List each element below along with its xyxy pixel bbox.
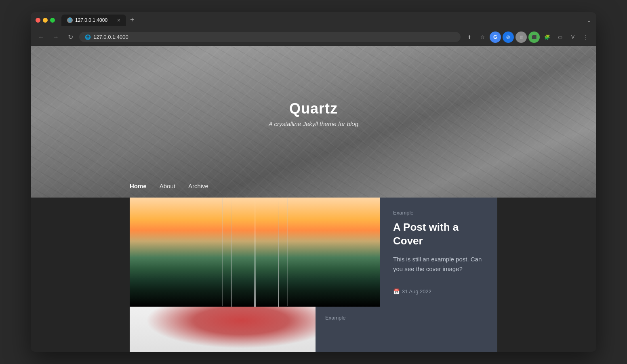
post-cover-image-2 xyxy=(130,307,316,352)
share-icon[interactable]: ⬆ xyxy=(464,32,475,43)
back-button[interactable]: ← xyxy=(36,32,47,43)
rail-left xyxy=(231,198,232,307)
post-category-2: Example xyxy=(325,315,488,321)
website-content: Quartz A crystalline Jekyll theme for bl… xyxy=(31,46,596,352)
window-expand-icon[interactable]: ⌄ xyxy=(587,17,591,23)
post-category-1: Example xyxy=(393,210,484,216)
post-date-text-1: 31 Aug 2022 xyxy=(402,288,431,295)
posts-section: Example A Post with a Cover This is stil… xyxy=(31,198,596,352)
bookmark-icon[interactable]: ☆ xyxy=(477,32,488,43)
google-lens-icon[interactable]: G xyxy=(490,32,501,43)
rails-overlay xyxy=(130,198,380,307)
secure-icon: 🌐 xyxy=(85,34,91,40)
post-cover-image-1 xyxy=(130,198,380,307)
calendar-icon: 📅 xyxy=(393,288,400,295)
forward-button[interactable]: → xyxy=(50,32,61,43)
profile-icon[interactable]: V xyxy=(567,32,579,43)
post-title-1[interactable]: A Post with a Cover xyxy=(393,221,484,248)
reload-icon: ↻ xyxy=(68,33,73,41)
nav-item-about[interactable]: About xyxy=(160,183,175,189)
browser-titlebar: 🌐 127.0.0.1:4000 × + ⌄ xyxy=(31,12,596,28)
active-tab[interactable]: 🌐 127.0.0.1:4000 × xyxy=(61,15,126,26)
site-subtitle: A crystalline Jekyll theme for blog xyxy=(269,120,358,127)
tab-favicon-icon: 🌐 xyxy=(67,17,73,23)
toolbar-actions: ⬆ ☆ G ◎ ▦ ⬛ 🧩 ▭ V ⋮ xyxy=(464,32,591,43)
post-excerpt-1: This is still an example post. Can you s… xyxy=(393,255,484,279)
close-button[interactable] xyxy=(36,18,40,23)
hero-text: Quartz A crystalline Jekyll theme for bl… xyxy=(269,100,358,127)
post-card-1: Example A Post with a Cover This is stil… xyxy=(130,198,497,307)
url-display: 127.0.0.1:4000 xyxy=(93,34,128,40)
extension-icon-blue[interactable]: ◎ xyxy=(503,32,514,43)
maximize-button[interactable] xyxy=(50,18,55,23)
back-icon: ← xyxy=(38,34,44,41)
tab-bar: 🌐 127.0.0.1:4000 × + xyxy=(61,15,583,26)
sidebar-icon[interactable]: ▭ xyxy=(554,32,566,43)
nav-item-home[interactable]: Home xyxy=(130,183,147,189)
extension-icon-img[interactable]: ▦ xyxy=(515,32,527,43)
site-title: Quartz xyxy=(269,100,358,117)
tab-title: 127.0.0.1:4000 xyxy=(75,17,107,23)
browser-window: 🌐 127.0.0.1:4000 × + ⌄ ← → ↻ 🌐 127.0.0.1… xyxy=(31,12,596,352)
post-date-1: 📅 31 Aug 2022 xyxy=(393,288,484,295)
post-card-2: Example xyxy=(130,307,497,352)
main-navigation: Home About Archive xyxy=(31,175,307,198)
menu-icon[interactable]: ⋮ xyxy=(580,32,591,43)
browser-toolbar: ← → ↻ 🌐 127.0.0.1:4000 ⬆ ☆ G ◎ ▦ ⬛ 🧩 ▭ V… xyxy=(31,28,596,46)
tab-close-icon[interactable]: × xyxy=(117,17,120,23)
extensions-icon[interactable]: 🧩 xyxy=(541,32,553,43)
post-info-1: Example A Post with a Cover This is stil… xyxy=(380,198,497,307)
extension-icon-green[interactable]: ⬛ xyxy=(528,32,540,43)
hero-section: Quartz A crystalline Jekyll theme for bl… xyxy=(31,46,596,198)
reload-button[interactable]: ↻ xyxy=(65,32,76,43)
forward-icon: → xyxy=(53,34,59,41)
post-info-2: Example xyxy=(316,307,497,352)
rail-right xyxy=(278,198,279,307)
traffic-lights xyxy=(36,18,55,23)
address-bar[interactable]: 🌐 127.0.0.1:4000 xyxy=(79,32,461,42)
nav-item-archive[interactable]: Archive xyxy=(188,183,208,189)
minimize-button[interactable] xyxy=(43,18,48,23)
new-tab-button[interactable]: + xyxy=(128,16,137,24)
